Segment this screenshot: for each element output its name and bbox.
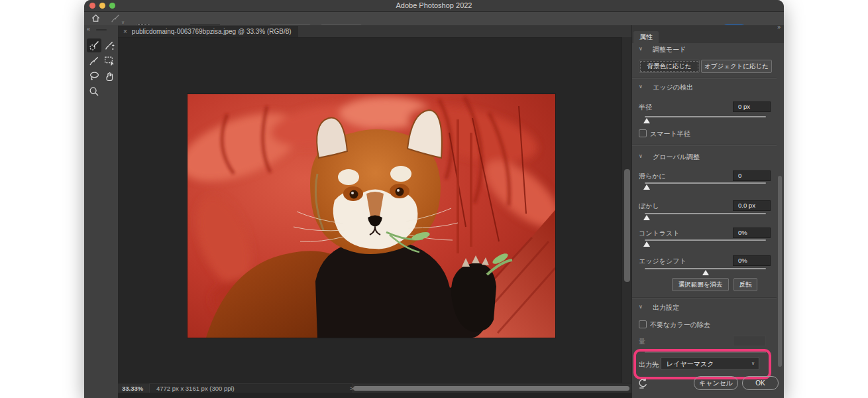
refine-edge-brush-tool[interactable] <box>102 38 117 52</box>
window-bottom-edge <box>118 393 631 398</box>
title-bar: Adobe Photoshop 2022 <box>84 0 784 12</box>
output-to-label: 出力先 <box>639 360 659 369</box>
smooth-value[interactable]: 0 <box>733 170 771 181</box>
object-based-button[interactable]: オブジェクトに応じた <box>701 60 772 73</box>
vertical-scrollbar[interactable] <box>622 37 632 383</box>
brush-tool[interactable] <box>87 54 101 68</box>
close-tab-icon[interactable]: × <box>123 28 127 35</box>
background-based-button[interactable]: 背景色に応じた <box>639 60 700 73</box>
contrast-label: コントラスト <box>639 229 679 238</box>
invert-button[interactable]: 反転 <box>733 278 757 291</box>
decontaminate-colors-label: 不要なカラーの除去 <box>650 320 710 330</box>
status-bar: 33.33% 4772 px x 3161 px (300 ppi) > <box>118 383 631 393</box>
shift-edge-slider[interactable] <box>645 268 766 269</box>
output-settings-title[interactable]: 出力設定 <box>653 303 679 312</box>
panel-scrollbar-thumb[interactable] <box>778 176 782 367</box>
amount-slider <box>645 352 766 353</box>
reset-icon[interactable] <box>637 377 649 389</box>
document-dimensions: 4772 px x 3161 px (300 ppi) <box>149 383 353 393</box>
shift-edge-label: エッジをシフト <box>639 257 686 266</box>
feather-slider[interactable] <box>645 213 766 214</box>
brush-options-icon[interactable] <box>111 14 120 23</box>
radius-value[interactable]: 0 px <box>733 101 771 112</box>
chevron-down-icon: ∨ <box>121 20 125 25</box>
section-chevron-icon[interactable]: ∨ <box>639 153 643 159</box>
output-to-value: レイヤーマスク <box>667 360 714 369</box>
contrast-value[interactable]: 0% <box>733 228 771 238</box>
zoom-tool[interactable] <box>87 84 101 98</box>
expand-panel-icon[interactable]: » <box>777 24 781 31</box>
amount-label: 量 <box>639 337 645 346</box>
section-chevron-icon[interactable]: ∨ <box>639 84 643 90</box>
adjustment-mode-title[interactable]: 調整モード <box>653 45 686 54</box>
contrast-slider[interactable] <box>645 239 766 241</box>
tool-strip: « <box>84 25 119 398</box>
document-tab-title: publicdomainq-0063769bpzisa.jpeg @ 33.3%… <box>132 28 292 35</box>
panel-top-bar: » <box>632 25 784 31</box>
lasso-tool[interactable] <box>87 69 101 83</box>
quick-selection-tool[interactable] <box>87 38 101 52</box>
red-panda-photo[interactable] <box>188 94 555 338</box>
shift-edge-value[interactable]: 0% <box>733 255 771 266</box>
amount-value <box>733 336 766 346</box>
smooth-slider[interactable] <box>645 182 766 184</box>
photoshop-window: Adobe Photoshop 2022 ∨ ⊕ ⊖ サイズ : 13 ∨ 全レ… <box>84 0 784 398</box>
hand-tool[interactable] <box>102 69 117 83</box>
properties-panel: » 属性 ∨ 調整モード 背景色に応じた オブジェクトに応じた ∨ エッジの検出… <box>631 25 784 398</box>
decontaminate-colors-checkbox[interactable] <box>639 320 647 328</box>
contrast-slider-thumb[interactable] <box>643 241 650 247</box>
smart-radius-checkbox[interactable] <box>639 129 647 137</box>
smart-radius-label: スマート半径 <box>650 129 690 139</box>
window-title: Adobe Photoshop 2022 <box>84 1 784 9</box>
feather-value[interactable]: 0.0 px <box>733 200 771 211</box>
output-to-dropdown[interactable]: レイヤーマスク ∨ <box>661 357 759 370</box>
cancel-button[interactable]: キャンセル <box>694 376 738 390</box>
tab-properties[interactable]: 属性 <box>633 31 659 43</box>
collapse-panel-icon[interactable]: « <box>87 26 90 33</box>
section-chevron-icon[interactable]: ∨ <box>639 304 643 310</box>
radius-label: 半径 <box>639 103 652 112</box>
radius-slider-thumb[interactable] <box>643 118 650 123</box>
clear-selection-button[interactable]: 選択範囲を消去 <box>672 278 729 291</box>
vertical-scrollbar-thumb[interactable] <box>624 169 630 282</box>
smooth-slider-thumb[interactable] <box>643 184 650 190</box>
document-tab-bar: ×publicdomainq-0063769bpzisa.jpeg @ 33.3… <box>118 25 631 38</box>
section-chevron-icon[interactable]: ∨ <box>639 46 643 52</box>
panel-drag-handle[interactable] <box>96 29 107 31</box>
global-adjustments-title[interactable]: グローバル調整 <box>653 153 700 162</box>
panel-tab-row: 属性 <box>632 31 784 43</box>
feather-slider-thumb[interactable] <box>643 215 650 220</box>
feather-label: ぼかし <box>639 202 659 211</box>
shift-edge-slider-thumb[interactable] <box>702 270 709 275</box>
ok-button[interactable]: OK <box>742 376 779 390</box>
canvas-area: ×publicdomainq-0063769bpzisa.jpeg @ 33.3… <box>118 25 631 398</box>
smooth-label: 滑らかに <box>639 172 666 181</box>
document-tab[interactable]: ×publicdomainq-0063769bpzisa.jpeg @ 33.3… <box>118 26 298 37</box>
object-selection-tool[interactable] <box>102 54 117 68</box>
home-icon[interactable] <box>91 13 101 23</box>
edge-detection-title[interactable]: エッジの検出 <box>653 83 693 92</box>
options-bar: ∨ ⊕ ⊖ サイズ : 13 ∨ 全レイヤーを対象 被写体を選択 髪の毛を調整 … <box>84 12 784 26</box>
dropdown-chevron-icon: ∨ <box>751 361 755 366</box>
radius-slider[interactable] <box>645 116 766 117</box>
horizontal-scrollbar-thumb[interactable] <box>353 386 629 391</box>
zoom-level[interactable]: 33.33% <box>122 385 143 392</box>
